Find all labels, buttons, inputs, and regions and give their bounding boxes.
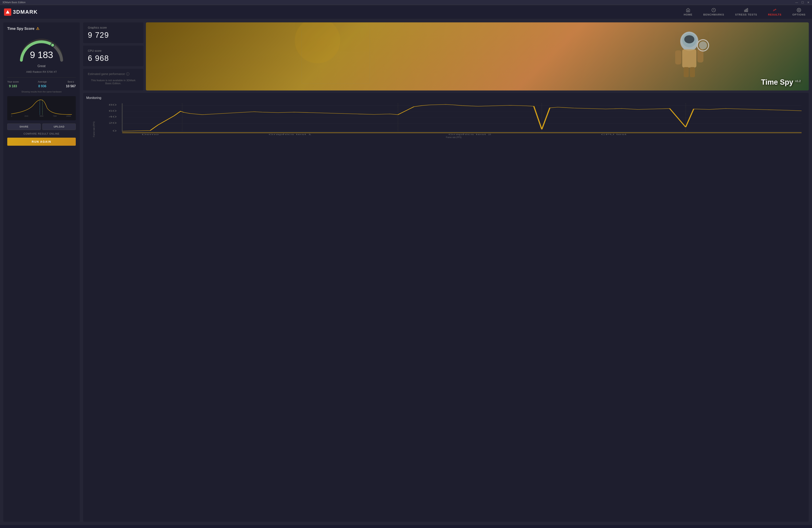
svg-rect-22 (675, 51, 681, 65)
cpu-score-value: 6 968 (88, 54, 139, 63)
nav-benchmarks-label: BENCHMARKS (703, 13, 724, 16)
main-content: Time Spy Score ⚠ 9 183 Great AMD Radeon … (0, 19, 812, 525)
bar-chart-icon (744, 8, 748, 12)
svg-line-7 (775, 9, 775, 11)
estimated-label: Estimated game performance i (88, 72, 139, 75)
svg-rect-26 (684, 67, 689, 77)
svg-text:0: 0 (113, 130, 117, 132)
best-score-value: 10 567 (66, 84, 76, 88)
your-score-col: Your score 9 183 (7, 81, 19, 88)
results-icon (772, 8, 777, 12)
left-panel: Time Spy Score ⚠ 9 183 Great AMD Radeon … (3, 23, 80, 522)
right-panel: Graphics score 9 729 CPU score 6 968 Est… (83, 23, 809, 522)
hero-bg-svg (146, 23, 543, 90)
hero-title: Time Spy v1.2 (761, 78, 801, 86)
minimize-btn[interactable]: — (795, 1, 798, 4)
svg-text:7500: 7500 (53, 115, 57, 117)
top-nav: 3DMARK HOME BENCHMARKS STRESS T (0, 5, 812, 19)
score-label: Great (7, 64, 76, 68)
score-title-text: Time Spy Score (7, 27, 34, 31)
svg-point-20 (684, 35, 694, 43)
svg-rect-3 (746, 9, 746, 12)
logo-icon (4, 9, 11, 16)
svg-text:Graphics test 1: Graphics test 1 (269, 133, 311, 135)
svg-marker-0 (6, 10, 10, 14)
nav-home-label: HOME (684, 13, 692, 16)
chart-area: 80 60 40 20 0 Demo (86, 102, 806, 139)
nav-stress[interactable]: STRESS TESTS (733, 6, 759, 18)
avg-score-label: Average (38, 81, 47, 83)
hero-version: v1.2 (795, 80, 801, 83)
gear-icon (797, 8, 801, 12)
estimated-box: Estimated game performance i This featur… (83, 69, 143, 90)
graphics-score-box: Graphics score 9 729 (83, 23, 143, 43)
svg-line-8 (775, 9, 776, 10)
score-comparison: Your score 9 183 Average 8 936 Best ℹ 10… (7, 77, 76, 88)
nav-results-label: RESULTS (768, 13, 782, 16)
graphics-score-value: 9 729 (88, 31, 139, 40)
svg-text:10000: 10000 (66, 115, 71, 117)
nav-home[interactable]: HOME (681, 6, 695, 18)
robot-svg (669, 29, 709, 86)
svg-rect-21 (682, 49, 696, 68)
monitoring-chart-svg: 80 60 40 20 0 Demo (86, 102, 806, 139)
your-score-value: 9 183 (7, 84, 19, 88)
your-score-label: Your score (7, 81, 19, 83)
nav-options[interactable]: OPTIONS (790, 6, 808, 18)
maximize-btn[interactable]: ☐ (801, 1, 804, 4)
nav-results[interactable]: RESULTS (766, 6, 784, 18)
avg-score-col: Average 8 936 (38, 81, 47, 88)
y-axis-label: Frame rate (FPS) (93, 122, 95, 137)
share-button[interactable]: SHARE (7, 124, 41, 130)
score-boxes: Graphics score 9 729 CPU score 6 968 Est… (83, 23, 143, 90)
hero-area: Time Spy v1.2 (146, 23, 809, 90)
svg-point-9 (798, 10, 799, 11)
svg-text:0: 0 (11, 115, 12, 117)
mini-chart-svg: 0 2500 5000 7500 10000 (9, 98, 74, 118)
nav-items: HOME BENCHMARKS STRESS TESTS RES (681, 6, 808, 18)
logo-text: 3DMARK (13, 9, 38, 15)
svg-text:5000: 5000 (40, 115, 44, 117)
compare-link[interactable]: COMPARE RESULT ONLINE (7, 132, 76, 135)
logo-svg (5, 10, 10, 14)
button-row: SHARE UPLOAD (7, 124, 76, 130)
svg-text:20: 20 (108, 122, 117, 124)
app-title: 3DMark Basic Edition (2, 1, 26, 4)
cpu-score-box: CPU score 6 968 (83, 45, 143, 66)
mini-chart: 0 2500 5000 7500 10000 (7, 96, 76, 120)
svg-line-5 (773, 10, 774, 11)
svg-text:Demo: Demo (142, 133, 159, 135)
logo: 3DMARK (4, 9, 38, 16)
close-btn[interactable]: ✕ (807, 1, 810, 4)
svg-text:80: 80 (108, 104, 117, 106)
svg-text:Graphics test 2: Graphics test 2 (448, 133, 491, 135)
avg-score-value: 8 936 (38, 84, 47, 88)
gauge-icon (711, 8, 716, 12)
best-score-label: Best ℹ (66, 81, 76, 83)
warning-icon: ⚠ (36, 26, 39, 31)
gauge-container: 9 183 (17, 34, 66, 62)
svg-text:60: 60 (108, 110, 117, 112)
top-row: Graphics score 9 729 CPU score 6 968 Est… (83, 23, 809, 90)
svg-text:40: 40 (108, 116, 117, 118)
hardware-label: AMD Radeon RX 5700 XT (7, 70, 76, 73)
hardware-note: Showing results from the same hardware (7, 90, 76, 93)
main-score: 9 183 (30, 49, 53, 60)
monitoring-title: Monitoring (86, 96, 806, 100)
svg-rect-2 (744, 10, 745, 12)
home-icon (686, 8, 690, 12)
svg-text:CPU test: CPU test (601, 133, 627, 135)
best-score-col: Best ℹ 10 567 (66, 81, 76, 88)
monitoring-box: Monitoring 80 60 40 20 0 (83, 93, 809, 522)
unavailable-text: This feature is not available in 3DMark … (88, 77, 139, 87)
svg-rect-4 (747, 9, 748, 12)
nav-stress-label: STRESS TESTS (735, 13, 757, 16)
run-again-button[interactable]: RUN AGAIN (7, 138, 76, 146)
nav-options-label: OPTIONS (792, 13, 806, 16)
nav-benchmarks[interactable]: BENCHMARKS (701, 6, 727, 18)
upload-button[interactable]: UPLOAD (42, 124, 76, 130)
title-bar: 3DMark Basic Edition — ☐ ✕ (0, 0, 812, 5)
svg-text:2500: 2500 (24, 115, 28, 117)
graphics-score-label: Graphics score (88, 26, 139, 29)
x-axis-label: Frame rate (FPS) (446, 136, 462, 139)
